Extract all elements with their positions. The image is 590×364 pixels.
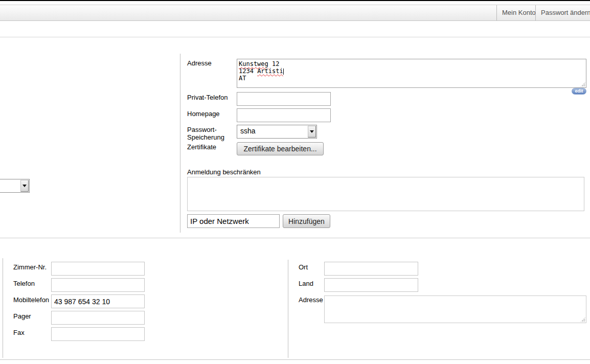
chevron-down-icon (22, 185, 27, 187)
land-label: Land (299, 280, 313, 287)
truncated-select-value (0, 179, 20, 192)
account-settings-page: Mein Konto Passwort ändern Adresse Kunst… (0, 0, 590, 364)
ort-label: Ort (299, 263, 308, 271)
tab-passwort-aendern[interactable]: Passwort ändern (535, 5, 590, 20)
mobiltelefon-label: Mobiltelefon (13, 296, 49, 304)
tab-group: Mein Konto Passwort ändern (496, 5, 590, 20)
homepage-label: Homepage (187, 110, 220, 118)
passwort-speicherung-value: ssha (237, 125, 307, 138)
zertifikate-bearbeiten-button[interactable]: Zertifikate bearbeiten... (237, 142, 324, 155)
telefon-label: Telefon (13, 280, 35, 287)
dropdown-button[interactable] (308, 126, 316, 138)
hinzufuegen-button[interactable]: Hinzufügen (283, 214, 330, 228)
zimmer-nr-label: Zimmer-Nr. (13, 263, 47, 271)
adresse-line2-prefix: 1234 (239, 67, 257, 75)
top-tab-bar: Mein Konto Passwort ändern (0, 5, 590, 21)
privat-telefon-input[interactable] (237, 92, 331, 106)
pager-label: Pager (13, 312, 31, 320)
adresse2-label: Adresse (299, 296, 323, 304)
edit-badge[interactable]: edit (572, 88, 586, 95)
homepage-input[interactable] (237, 108, 331, 122)
anmeldung-beschraenken-listbox[interactable] (187, 177, 584, 211)
dropdown-button[interactable] (20, 180, 29, 192)
fax-label: Fax (13, 329, 25, 336)
adresse-textarea-content: Kunstweg 121234 ArtistiAT (237, 59, 586, 83)
bottom-divider (0, 359, 590, 360)
adresse-line3: AT (239, 75, 246, 82)
land-input[interactable] (324, 278, 418, 292)
zimmer-nr-input[interactable] (51, 262, 145, 276)
adresse2-textarea[interactable] (324, 295, 586, 323)
adresse-line2-word: Artisti (257, 67, 283, 75)
fax-input[interactable] (51, 327, 145, 341)
mobiltelefon-input[interactable] (51, 294, 145, 308)
lower-column-divider (288, 260, 288, 358)
resize-grip-icon[interactable] (580, 317, 585, 322)
passwort-speicherung-select[interactable]: ssha (237, 125, 317, 139)
truncated-select[interactable] (0, 179, 30, 193)
pager-input[interactable] (51, 311, 145, 325)
upper-column-divider (180, 54, 180, 233)
ip-oder-netzwerk-input[interactable] (187, 214, 280, 228)
zertifikate-label: Zertifikate (187, 143, 216, 151)
lower-left-border (3, 258, 3, 358)
top-black-strip (0, 0, 590, 1)
passwort-speicherung-label: Passwort-Speicherung (187, 126, 234, 141)
anmeldung-beschraenken-label: Anmeldung beschränken (187, 168, 261, 176)
adresse-label: Adresse (187, 59, 212, 67)
header-divider (0, 37, 590, 37)
telefon-input[interactable] (51, 278, 145, 292)
chevron-down-icon (310, 130, 314, 133)
privat-telefon-label: Privat-Telefon (187, 94, 228, 101)
adresse-line1-word: Kunstweg (239, 60, 268, 67)
ort-input[interactable] (324, 262, 418, 276)
text-cursor (283, 69, 284, 75)
section-divider (0, 238, 590, 238)
adresse-line1-rest: 12 (268, 60, 280, 67)
tab-mein-konto[interactable]: Mein Konto (496, 5, 535, 20)
adresse-textarea[interactable]: Kunstweg 121234 ArtistiAT (237, 59, 586, 88)
